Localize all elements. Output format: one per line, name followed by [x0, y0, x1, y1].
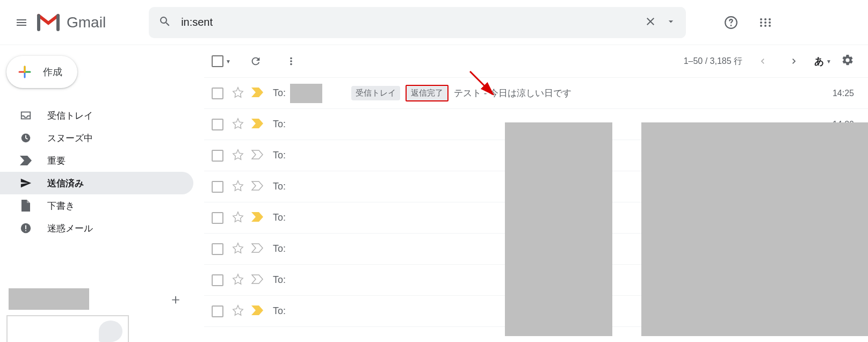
plus-icon — [15, 62, 34, 82]
important-icon[interactable] — [251, 305, 263, 317]
important-icon[interactable] — [251, 181, 263, 192]
redacted-recipient — [290, 84, 322, 103]
input-tool-button[interactable]: あ ▼ — [814, 55, 831, 68]
to-label: To: — [273, 150, 286, 161]
help-icon[interactable] — [718, 10, 744, 35]
clear-search-icon[interactable] — [644, 15, 657, 30]
sidebar-item-label: 下書き — [47, 200, 75, 212]
hangouts-placeholder — [9, 288, 89, 310]
search-icon[interactable] — [158, 15, 171, 30]
star-icon[interactable] — [232, 242, 244, 256]
inbox-icon — [19, 109, 32, 122]
to-label: To: — [273, 181, 286, 192]
svg-rect-4 — [25, 225, 26, 229]
gmail-logo-icon — [37, 13, 60, 32]
sidebar-item-spam[interactable]: 迷惑メール — [0, 217, 193, 239]
compose-label: 作成 — [43, 66, 62, 78]
email-subject: テスト - 今日は涼しい日です — [454, 87, 572, 99]
star-icon[interactable] — [232, 180, 244, 193]
search-options-icon[interactable] — [666, 16, 676, 28]
star-icon[interactable] — [232, 211, 244, 224]
email-checkbox[interactable] — [212, 88, 223, 99]
sidebar-item-important[interactable]: 重要 — [0, 149, 193, 172]
send-icon — [19, 177, 32, 190]
select-all-checkbox[interactable]: ▼ — [212, 55, 231, 67]
important-icon[interactable] — [251, 119, 263, 130]
to-label: To: — [273, 212, 286, 223]
menu-icon[interactable] — [9, 10, 34, 35]
email-label-chip[interactable]: 返信完了 — [406, 85, 449, 101]
email-subject-area: 受信トレイ返信完了テスト - 今日は涼しい日です — [351, 85, 820, 101]
toolbar: ▼ 1–50 / 3,185 行 あ ▼ — [204, 45, 868, 77]
caret-down-icon: ▼ — [826, 59, 831, 64]
caret-down-icon[interactable]: ▼ — [226, 59, 231, 64]
to-label: To: — [273, 305, 286, 317]
email-row[interactable]: To: 受信トレイ返信完了テスト - 今日は涼しい日です 14:25 — [204, 78, 868, 109]
search-bar[interactable] — [149, 7, 686, 38]
to-label: To: — [273, 243, 286, 254]
email-checkbox[interactable] — [212, 119, 223, 130]
sidebar-item-clock[interactable]: スヌーズ中 — [0, 127, 193, 149]
sidebar-item-inbox[interactable]: 受信トレイ — [0, 104, 193, 127]
sidebar-item-send[interactable]: 送信済み — [0, 172, 193, 194]
refresh-button[interactable] — [245, 50, 266, 72]
to-label: To: — [273, 88, 286, 99]
important-icon[interactable] — [251, 274, 263, 286]
apps-icon[interactable] — [753, 10, 778, 35]
next-page-button[interactable] — [783, 50, 805, 72]
logo: Gmail — [37, 13, 106, 32]
sidebar-item-label: 受信トレイ — [47, 110, 93, 122]
redacted-block — [641, 122, 868, 336]
sidebar: 作成 受信トレイスヌーズ中重要送信済み下書き迷惑メール ＋ — [0, 45, 204, 342]
add-hangout-button[interactable]: ＋ — [169, 290, 183, 309]
clock-icon — [19, 132, 32, 144]
email-label-chip[interactable]: 受信トレイ — [351, 86, 400, 100]
sidebar-item-label: 迷惑メール — [47, 222, 93, 235]
app-name: Gmail — [67, 14, 106, 31]
settings-icon[interactable] — [841, 54, 854, 69]
svg-rect-5 — [25, 230, 26, 231]
draft-icon — [19, 199, 32, 212]
sidebar-item-label: 重要 — [47, 155, 66, 167]
email-checkbox[interactable] — [212, 274, 223, 286]
email-date: 14:25 — [820, 89, 854, 98]
important-icon[interactable] — [251, 150, 263, 161]
important-icon — [19, 154, 32, 167]
email-checkbox[interactable] — [212, 305, 223, 317]
email-checkbox[interactable] — [212, 212, 223, 224]
star-icon[interactable] — [232, 304, 244, 318]
star-icon[interactable] — [232, 86, 244, 100]
search-input[interactable] — [181, 16, 644, 28]
important-icon[interactable] — [251, 212, 263, 223]
svg-point-1 — [730, 25, 732, 26]
to-label: To: — [273, 274, 286, 286]
sidebar-item-label: スヌーズ中 — [47, 132, 93, 144]
chat-panel — [6, 315, 129, 342]
email-checkbox[interactable] — [212, 181, 223, 193]
more-button[interactable] — [280, 50, 302, 72]
important-icon[interactable] — [251, 88, 263, 99]
email-checkbox[interactable] — [212, 243, 223, 255]
spam-icon — [19, 222, 32, 235]
compose-button[interactable]: 作成 — [6, 56, 77, 88]
sidebar-item-draft[interactable]: 下書き — [0, 194, 193, 217]
star-icon[interactable] — [232, 118, 244, 131]
star-icon[interactable] — [232, 273, 244, 287]
sidebar-item-label: 送信済み — [47, 177, 84, 190]
prev-page-button[interactable] — [752, 50, 773, 72]
redacted-block — [505, 122, 612, 336]
to-label: To: — [273, 119, 286, 130]
email-checkbox[interactable] — [212, 150, 223, 162]
important-icon[interactable] — [251, 243, 263, 254]
pagination-text: 1–50 / 3,185 行 — [684, 56, 742, 67]
star-icon[interactable] — [232, 149, 244, 162]
